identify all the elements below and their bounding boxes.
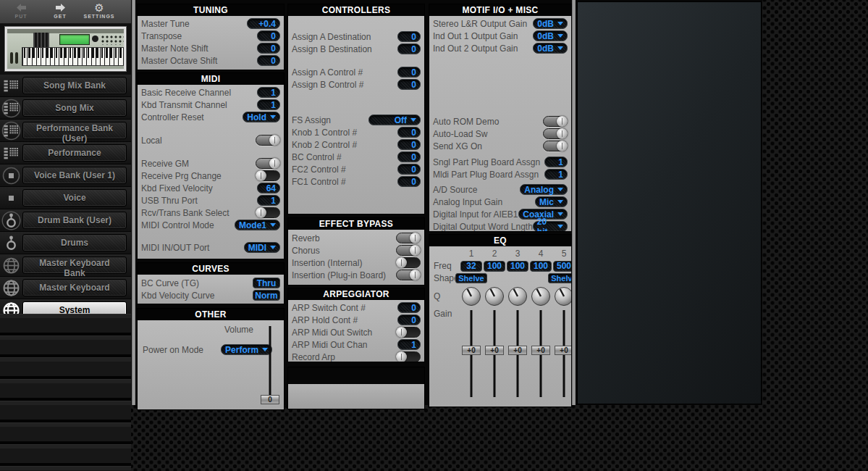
assign-b-destination-field[interactable]: 0	[397, 43, 421, 54]
eq-band-1-q-knob[interactable]	[460, 284, 483, 309]
a-d-source-select[interactable]: Analog	[520, 184, 568, 195]
panel-tuning: TUNING Master Tune +0.4 Transpose 0 Mast…	[137, 4, 285, 70]
get-button[interactable]: GET	[46, 2, 74, 19]
send-xg-on-toggle[interactable]	[543, 141, 568, 151]
insertion-plug-in-board-label: Insertion (Plug-in Board)	[292, 270, 386, 280]
master-tune-field[interactable]: +0.4	[247, 18, 280, 29]
arp-hold-cont-field[interactable]: 0	[397, 314, 421, 325]
midi-control-mode-select[interactable]: Mode1	[235, 220, 280, 230]
keys-grid-icon	[0, 76, 22, 96]
assign-a-control-field[interactable]: 0	[397, 67, 421, 78]
master-note-shift-field[interactable]: 0	[257, 43, 280, 54]
bc-curve-tg-button[interactable]: Thru	[253, 278, 280, 288]
ind-out-2-output-gain-select[interactable]: 0dB	[533, 43, 568, 54]
put-button[interactable]: PUT	[7, 2, 35, 19]
sidebar-item-master-keyboard-bank[interactable]: Master Keyboard Bank	[22, 257, 127, 274]
keyboard-lcd-detail	[59, 34, 90, 45]
analog-input-gain-value: Mic	[539, 197, 554, 207]
sidebar-item-performance-bank-user[interactable]: Performance Bank (User)	[22, 122, 127, 139]
sidebar-item-song-mix[interactable]: Song Mix	[22, 99, 127, 117]
eq-band-2-gain-slider[interactable]: +0	[484, 310, 505, 397]
volume-slider-handle[interactable]: 0	[261, 395, 279, 404]
rcv-trans-bank-select-label: Rcv/Trans Bank Select	[141, 208, 229, 218]
toggle-knob	[396, 351, 407, 362]
left-gutter	[132, 0, 135, 405]
record-arp-toggle[interactable]	[396, 351, 421, 362]
kbd-transmit-channel-field[interactable]: 1	[257, 99, 280, 110]
sngl-part-plug-board-assgn-field[interactable]: 1	[544, 157, 568, 167]
midi-in-out-port-select[interactable]: MIDI	[244, 242, 280, 253]
rcv-trans-bank-select-toggle[interactable]	[256, 207, 280, 218]
knob-1-control-field[interactable]: 0	[397, 127, 421, 138]
eq-band-3-q-knob[interactable]	[506, 284, 529, 309]
sidebar-item-song-mix-bank[interactable]: Song Mix Bank	[22, 77, 127, 94]
eq-band-1-gain-handle[interactable]: +0	[462, 346, 481, 355]
panel-effect-bypass: EFFECT BYPASS Reverb Chorus Insertion (I…	[287, 217, 425, 285]
analog-input-gain-select[interactable]: Mic	[535, 196, 568, 207]
chorus-toggle[interactable]	[396, 245, 421, 256]
controller-reset-select[interactable]: Hold	[243, 112, 280, 122]
fc1-control-field[interactable]: 0	[397, 176, 421, 187]
volume-slider-track	[269, 326, 271, 404]
arp-midi-out-switch-toggle[interactable]	[396, 327, 421, 338]
sidebar-item-drum-bank-user[interactable]: Drum Bank (User)	[22, 212, 127, 229]
arp-switch-cont-field[interactable]: 0	[397, 302, 421, 313]
stereo-l-r-output-gain-select[interactable]: 0dB	[533, 18, 568, 29]
fc2-control-field[interactable]: 0	[397, 164, 421, 175]
receive-prg-change-toggle[interactable]	[256, 170, 280, 181]
toolbar: PUT GET ⚙ SETTINGS	[0, 0, 131, 24]
auto-load-sw-toggle[interactable]	[543, 128, 568, 139]
digital-output-word-lngth-select[interactable]: 20 bit	[533, 221, 568, 231]
setting-row: Kbd Fixed Velocity 64	[141, 182, 280, 194]
sidebar-item-master-keyboard[interactable]: Master Keyboard	[22, 279, 127, 296]
ind-out-1-output-gain-select[interactable]: 0dB	[533, 30, 568, 41]
receive-gm-toggle[interactable]	[256, 158, 280, 169]
sidebar-item-voice-bank-user-1[interactable]: Voice Bank (User 1)	[22, 167, 127, 184]
eq-band-4-freq-field[interactable]: 100	[530, 261, 552, 272]
transpose-field[interactable]: 0	[257, 30, 280, 41]
eq-band-5-gain-handle[interactable]: +0	[555, 346, 571, 355]
insertion-internal-toggle[interactable]	[396, 257, 421, 268]
eq-band-3-gain-slider[interactable]: +0	[507, 310, 528, 397]
eq-band-5-freq-field[interactable]: 500	[553, 261, 571, 272]
kbd-fixed-velocity-field[interactable]: 64	[257, 183, 280, 193]
basic-receive-channel-field[interactable]: 1	[257, 87, 280, 98]
eq-band-4-q-knob[interactable]	[529, 284, 552, 309]
ind-out-1-output-gain-label: Ind Out 1 Output Gain	[433, 31, 518, 41]
assign-b-control-field[interactable]: 0	[397, 79, 421, 90]
assign-a-destination-field[interactable]: 0	[397, 31, 421, 42]
square-icon	[0, 188, 22, 208]
eq-band-5-gain-slider[interactable]: +0	[554, 310, 571, 397]
bc-control-field[interactable]: 0	[397, 151, 421, 162]
eq-band-5-shape-button[interactable]: Shelve	[548, 273, 571, 283]
sidebar-item-drums[interactable]: Drums	[22, 234, 127, 251]
eq-band-2-gain-handle[interactable]: +0	[485, 346, 504, 355]
arp-midi-out-chan-field[interactable]: 1	[397, 339, 421, 350]
local-toggle[interactable]	[256, 135, 280, 146]
knob-2-control-field[interactable]: 0	[397, 139, 421, 150]
master-octave-shift-field[interactable]: 0	[257, 55, 280, 66]
mldi-part-plug-board-assgn-field[interactable]: 1	[544, 169, 568, 180]
eq-band-1-gain-slider[interactable]: +0	[461, 310, 481, 397]
eq-band-3-freq-field[interactable]: 100	[507, 261, 528, 272]
eq-band-3-gain-handle[interactable]: +0	[508, 346, 527, 355]
eq-band-5-q-knob[interactable]	[552, 284, 571, 309]
eq-band-4-gain-handle[interactable]: +0	[531, 346, 550, 355]
eq-band-1-freq-field[interactable]: 32	[460, 261, 482, 272]
usb-thru-port-field[interactable]: 1	[257, 195, 280, 206]
insertion-plug-in-board-toggle[interactable]	[396, 270, 421, 280]
eq-band-2-freq-field[interactable]: 100	[484, 261, 505, 272]
knob-1-control-label: Knob 1 Control #	[292, 128, 357, 138]
eq-band-2-q-knob[interactable]	[483, 284, 506, 309]
fs-assign-select[interactable]: Off	[368, 114, 421, 125]
sidebar-item-performance[interactable]: Performance	[22, 144, 127, 162]
sidebar-item-voice[interactable]: Voice	[22, 189, 127, 207]
auto-rom-demo-toggle[interactable]	[543, 116, 568, 127]
reverb-toggle[interactable]	[396, 233, 421, 243]
settings-button[interactable]: ⚙ SETTINGS	[85, 2, 113, 19]
eq-band-4-gain-slider[interactable]: +0	[531, 310, 551, 397]
volume-slider[interactable]: 0	[260, 326, 280, 404]
toggle-knob	[557, 141, 568, 151]
eq-q-label: Q	[432, 284, 460, 309]
kbd-velocity-curve-button[interactable]: Norm	[253, 290, 280, 301]
